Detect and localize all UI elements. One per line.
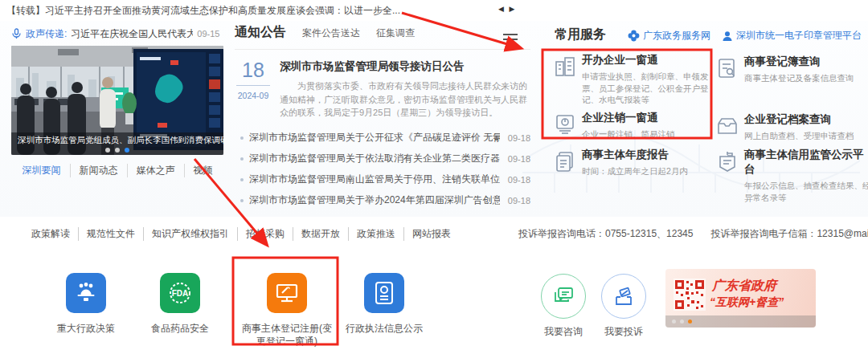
portal-link-gd-gov[interactable]: 广东政务服务网 bbox=[628, 29, 710, 43]
news-tab-video[interactable]: 视频 bbox=[184, 164, 222, 177]
carousel-dot-active[interactable] bbox=[125, 148, 129, 153]
service-desc: 企业一般注销、简易注销 bbox=[582, 128, 712, 140]
notice-list-item[interactable]: 深圳市市场监督管理局关于依法取消有关企业第二类医疗器械经营备案、医疗器械...0… bbox=[235, 149, 530, 169]
carousel-caption[interactable]: 深圳市市场监管局党组成员、副局长李国伟到消费保调研 bbox=[11, 132, 223, 146]
broadcast-label: 政声传递: bbox=[26, 27, 67, 41]
service-title[interactable]: 企业登记档案查询 bbox=[744, 112, 868, 127]
notice-item-title[interactable]: 深圳市市场监督管理局南山监管局关于停用、注销失联单位特种设备的公告 bbox=[249, 173, 500, 186]
chat-bubbles-icon bbox=[553, 287, 574, 306]
news-tab-media-voice[interactable]: 媒体之声 bbox=[127, 164, 184, 177]
app-label: 行政执法信息公示 bbox=[340, 322, 428, 335]
portal-link-label: 深圳市统一电子印章管理平台 bbox=[736, 29, 862, 43]
service-open-business[interactable]: 开办企业一窗通 申请营业执照、刻制印章、申领发票、员工参保登记、公积金开户登记、… bbox=[553, 53, 710, 106]
more-menu-icon[interactable] bbox=[503, 31, 518, 43]
notice-title[interactable]: 通知公告 bbox=[235, 24, 286, 41]
footer-link-open-data[interactable]: 数据开放 bbox=[293, 227, 348, 241]
featured-notice-body: 为贯彻落实市委、市政府有关领导同志接待人民群众来访的通知精神，广泛听取群众意见，… bbox=[280, 79, 527, 120]
notice-list-item[interactable]: 深圳市市场监督管理局关于公开征求《产品碳足迹评价 无氰硬金饰品》等11项地方..… bbox=[235, 128, 530, 149]
banner-line1: 广东省政府 bbox=[712, 278, 776, 295]
service-deregistration[interactable]: 企业注销一窗通 企业一般注销、简易注销 bbox=[553, 111, 710, 140]
service-credit-platform[interactable]: 商事主体信用监管公示平台 年报公示信息、抽查检查结果、经营异常名录等 bbox=[715, 148, 868, 203]
credit-badge-icon bbox=[715, 149, 739, 173]
footer-link-ip-rights-guide[interactable]: 知识产权维权指引 bbox=[143, 227, 237, 241]
service-title[interactable]: 商事主体年度报告 bbox=[582, 148, 710, 162]
ballot-box-icon bbox=[613, 286, 634, 307]
footer-link-site-reports[interactable]: 网站报表 bbox=[403, 227, 459, 241]
news-tab-news-updates[interactable]: 新闻动态 bbox=[70, 164, 127, 177]
app-label: 商事主体登记注册(变更登记一窗通) bbox=[239, 322, 335, 348]
featured-month: 2024-09 bbox=[235, 91, 272, 100]
app-enforcement-disclosure[interactable]: 行政执法信息公示 bbox=[340, 273, 428, 335]
service-desc: 商事主体登记及备案信息查询 bbox=[744, 72, 868, 84]
footer-link-policy-reading[interactable]: 政策解读 bbox=[23, 227, 78, 241]
service-registry-query[interactable]: 商事登记簿查询 商事主体登记及备案信息查询 bbox=[715, 55, 868, 84]
service-desc: 申请营业执照、刻制印章、申领发票、员工参保登记、公积金开户登记、水电气报装等 bbox=[582, 71, 712, 106]
app-food-drug-safety[interactable]: FDA 食品药品安全 bbox=[136, 273, 224, 335]
news-tab-bar: 深圳要闻 新闻动态 媒体之声 视频 bbox=[11, 164, 223, 177]
featured-day: 18 bbox=[235, 59, 272, 80]
marquee-prev-next-icons[interactable]: ◀ ▶ bbox=[498, 5, 516, 13]
service-annual-report[interactable]: 商事主体年度报告 时间：成立周年之日起2月内 bbox=[553, 148, 710, 177]
broadcast-title[interactable]: 习近平在庆祝全国人民代表大会成立70周年... bbox=[71, 27, 193, 41]
archive-box-icon bbox=[715, 114, 739, 138]
carousel-caption-bar: 深圳市市场监管局党组成员、副局长李国伟到消费保调研 bbox=[11, 132, 223, 155]
complaint-email[interactable]: 投诉举报咨询电子信箱：12315@mail.amr.sz.gov.cn bbox=[710, 227, 868, 241]
notice-item-title[interactable]: 深圳市市场监督管理局关于依法取消有关企业第二类医疗器械经营备案、医疗器械... bbox=[249, 152, 500, 165]
action-consult[interactable]: 我要咨询 bbox=[537, 274, 590, 339]
service-title[interactable]: 企业注销一窗通 bbox=[582, 111, 710, 125]
notice-list: 深圳市市场监督管理局关于公开征求《产品碳足迹评价 无氰硬金饰品》等11项地方..… bbox=[235, 128, 530, 211]
service-title[interactable]: 商事登记簿查询 bbox=[744, 55, 868, 69]
date-divider bbox=[236, 85, 270, 86]
action-complain[interactable]: 我要投诉 bbox=[597, 274, 650, 339]
notice-item-title[interactable]: 深圳市市场监督管理局关于公开征求《产品碳足迹评价 无氰硬金饰品》等11项地方..… bbox=[249, 131, 500, 144]
notice-list-item[interactable]: 深圳市市场监督管理局关于举办2024年第四届深圳广告创意制作大赛的通告09-18 bbox=[235, 190, 530, 211]
banner-dots[interactable] bbox=[665, 315, 816, 328]
featured-notice[interactable]: 18 2024-09 深圳市市场监督管理局领导接访日公告 为贯彻落实市委、市政府… bbox=[235, 59, 530, 120]
service-desc: 年报公示信息、抽查检查结果、经营异常名录等 bbox=[744, 180, 868, 203]
carousel-dots[interactable] bbox=[11, 148, 223, 153]
service-archive-query[interactable]: 企业登记档案查询 网上自助查档、受理申请查档 bbox=[715, 112, 868, 142]
service-desc: 网上自助查档、受理申请查档 bbox=[744, 130, 868, 142]
notice-header: 通知公告 案件公告送达 征集调查 bbox=[235, 24, 530, 50]
monitor-pencil-icon bbox=[274, 280, 300, 306]
news-carousel[interactable]: 深圳市市场监管局党组成员、副局长李国伟到消费保调研 bbox=[11, 46, 223, 155]
notice-list-item[interactable]: 深圳市市场监督管理局南山监管局关于停用、注销失联单位特种设备的公告09-18 bbox=[235, 169, 530, 190]
notice-item-date: 09-18 bbox=[508, 154, 530, 164]
carousel-dot[interactable] bbox=[105, 148, 110, 153]
footer-link-bidding[interactable]: 招标采购 bbox=[237, 227, 293, 241]
news-tab-shenzhen-news[interactable]: 深圳要闻 bbox=[14, 164, 70, 177]
notice-item-date: 09-18 bbox=[508, 175, 530, 185]
microphone-icon bbox=[11, 28, 22, 39]
bullet-icon bbox=[240, 178, 244, 181]
action-label: 我要投诉 bbox=[597, 325, 650, 339]
contact-row: 投诉举报咨询电话：0755-12315、12345 投诉举报咨询电子信箱：123… bbox=[518, 227, 856, 241]
gd-supervision-banner[interactable]: 广东省政府 “互联网+督查” bbox=[665, 269, 816, 328]
report-pages-icon bbox=[553, 149, 577, 173]
carousel-dot[interactable] bbox=[115, 148, 120, 153]
portal-link-seal-platform[interactable]: 深圳市统一电子印章管理平台 bbox=[722, 29, 862, 43]
broadcast-row[interactable]: 政声传递: 习近平在庆祝全国人民代表大会成立70周年... 09-15 bbox=[11, 26, 222, 41]
notice-item-title[interactable]: 深圳市市场监督管理局关于举办2024年第四届深圳广告创意制作大赛的通告 bbox=[249, 193, 500, 207]
notice-item-date: 09-18 bbox=[508, 133, 530, 143]
service-title[interactable]: 商事主体信用监管公示平台 bbox=[744, 148, 868, 177]
fda-wreath-icon: FDA bbox=[166, 279, 194, 307]
services-title: 常用服务 bbox=[555, 26, 606, 43]
bullet-icon bbox=[240, 199, 244, 202]
certificate-icon bbox=[373, 281, 395, 305]
app-label: 食品药品安全 bbox=[136, 322, 224, 335]
app-label: 重大行政决策 bbox=[42, 322, 130, 335]
top-marquee-headline[interactable]: 【转载】习近平主持召开全面推动黄河流域生态保护和高质量发展座谈会强调：以进一步全… bbox=[6, 4, 400, 18]
notice-tab-survey[interactable]: 征集调查 bbox=[376, 26, 415, 40]
complaint-phone: 投诉举报咨询电话：0755-12315、12345 bbox=[518, 227, 693, 241]
bullet-icon bbox=[240, 136, 244, 140]
notice-tab-case-delivery[interactable]: 案件公告送达 bbox=[302, 26, 360, 40]
flower-portal-icon bbox=[628, 30, 640, 42]
footer-link-policy-push[interactable]: 政策推送 bbox=[348, 227, 403, 241]
featured-notice-title[interactable]: 深圳市市场监督管理局领导接访日公告 bbox=[280, 59, 527, 74]
portal-links: 广东政务服务网 深圳市统一电子印章管理平台 bbox=[628, 29, 862, 43]
svg-text:FDA: FDA bbox=[172, 289, 189, 298]
footer-link-normative-docs[interactable]: 规范性文件 bbox=[78, 227, 143, 241]
app-major-decisions[interactable]: 重大行政决策 bbox=[42, 273, 130, 335]
app-business-registration[interactable]: 商事主体登记注册(变更登记一窗通) bbox=[239, 273, 335, 348]
service-title[interactable]: 开办企业一窗通 bbox=[582, 53, 710, 67]
